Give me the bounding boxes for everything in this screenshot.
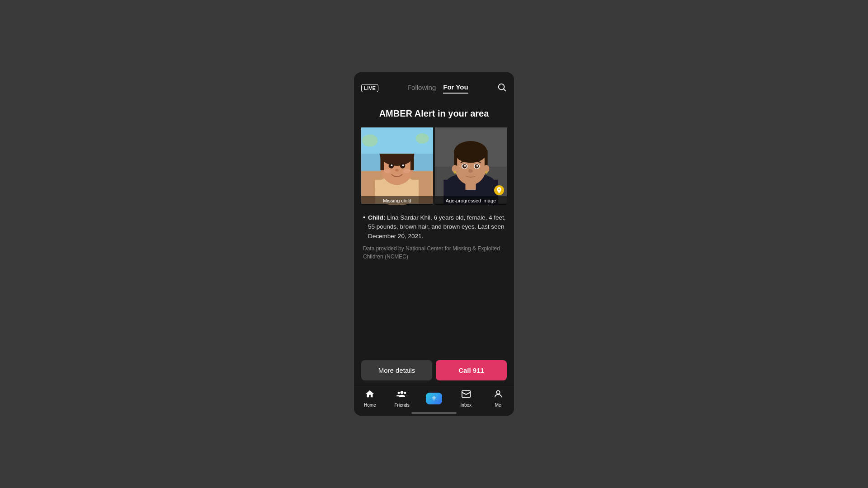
svg-point-12 — [391, 164, 393, 166]
svg-rect-29 — [465, 182, 476, 190]
child-details-text: Child: Lina Sardar Khil, 6 years old, fe… — [368, 213, 507, 241]
inbox-label: Inbox — [461, 403, 472, 408]
header: LIVE Following For You — [354, 72, 514, 99]
missing-child-image-card: Missing child — [361, 126, 433, 205]
phone-container: LIVE Following For You AMBER Alert in yo… — [354, 72, 514, 416]
child-label: Child: — [368, 214, 385, 221]
svg-point-13 — [402, 164, 404, 166]
images-row: Missing child — [361, 126, 507, 205]
child-details-item: • Child: Lina Sardar Khil, 6 years old, … — [363, 213, 507, 241]
svg-point-15 — [384, 169, 391, 174]
svg-point-39 — [453, 171, 456, 174]
svg-point-14 — [395, 169, 399, 172]
nav-add[interactable]: + — [418, 393, 450, 404]
call-911-button[interactable]: Call 911 — [436, 360, 507, 380]
home-indicator — [354, 409, 514, 416]
more-details-button[interactable]: More details — [361, 360, 432, 380]
age-progressed-label: Age-progressed image — [435, 196, 507, 205]
bottom-nav: Home Friends + Inbox — [354, 386, 514, 409]
tab-for-you[interactable]: For You — [443, 83, 468, 94]
home-indicator-bar — [411, 412, 457, 414]
ncmec-watermark — [494, 185, 504, 195]
bullet-icon: • — [363, 214, 365, 241]
inbox-icon — [461, 389, 471, 402]
child-info: • Child: Lina Sardar Khil, 6 years old, … — [361, 213, 507, 261]
svg-point-40 — [485, 171, 488, 174]
alert-title: AMBER Alert in your area — [361, 108, 507, 119]
svg-point-42 — [496, 391, 500, 394]
home-label: Home — [364, 403, 376, 408]
svg-point-18 — [362, 135, 378, 147]
child-details-content: Lina Sardar Khil, 6 years old, female, 4… — [368, 214, 506, 239]
svg-point-28 — [455, 143, 486, 159]
friends-icon — [396, 389, 407, 402]
nav-home[interactable]: Home — [354, 389, 386, 408]
main-content: AMBER Alert in your area — [354, 99, 514, 356]
live-badge: LIVE — [361, 84, 378, 92]
svg-point-16 — [403, 169, 410, 174]
missing-child-label: Missing child — [361, 196, 433, 205]
tab-following[interactable]: Following — [407, 84, 436, 93]
home-icon — [365, 389, 375, 402]
svg-line-1 — [504, 89, 505, 91]
svg-point-0 — [499, 84, 505, 89]
buttons-row: More details Call 911 — [354, 356, 514, 386]
svg-rect-9 — [410, 153, 414, 170]
nav-inbox[interactable]: Inbox — [450, 389, 482, 408]
svg-point-34 — [464, 165, 466, 167]
friends-label: Friends — [395, 403, 410, 408]
age-progressed-image-card: Age-progressed image — [435, 126, 507, 205]
add-icon[interactable]: + — [426, 393, 442, 404]
nav-friends[interactable]: Friends — [386, 389, 418, 408]
data-source-text: Data provided by National Center for Mis… — [363, 244, 507, 261]
search-button[interactable] — [497, 82, 507, 94]
svg-point-35 — [476, 165, 478, 167]
nav-tabs: Following For You — [407, 83, 468, 94]
nav-me[interactable]: Me — [482, 389, 514, 408]
svg-point-36 — [468, 169, 473, 173]
svg-rect-8 — [380, 153, 384, 170]
svg-point-19 — [415, 133, 429, 144]
me-icon — [493, 389, 503, 402]
me-label: Me — [495, 403, 501, 408]
